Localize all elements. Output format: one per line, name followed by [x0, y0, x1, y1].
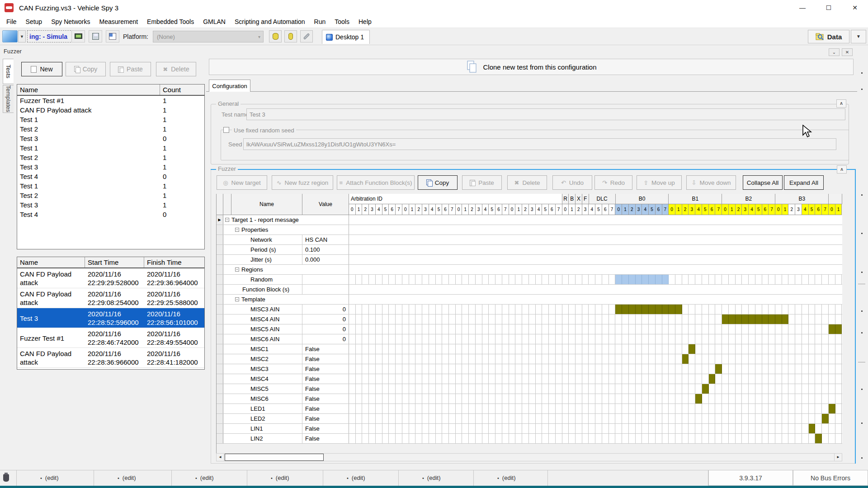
bit-cell[interactable]	[695, 364, 702, 374]
bit-cell[interactable]	[682, 394, 689, 404]
general-collapse-button[interactable]: ʌ	[836, 99, 846, 108]
bit-cell[interactable]	[656, 434, 662, 443]
bit-cell[interactable]	[536, 324, 542, 334]
bit-cell[interactable]	[815, 394, 822, 404]
bit-cell[interactable]	[402, 275, 409, 284]
bit-cell[interactable]	[489, 324, 495, 334]
bit-cell[interactable]	[729, 394, 736, 404]
bit-cell[interactable]	[376, 384, 382, 394]
bit-cell[interactable]	[376, 275, 382, 284]
tree-node-value[interactable]	[302, 225, 349, 235]
bit-cell[interactable]	[369, 414, 376, 423]
bit-cell[interactable]	[675, 344, 682, 354]
bit-cell[interactable]	[462, 384, 469, 394]
tree-node-value[interactable]: 0.100	[302, 245, 349, 254]
bit-cell[interactable]	[595, 305, 602, 314]
bit-cell[interactable]	[529, 305, 536, 314]
bit-cell[interactable]	[729, 364, 736, 374]
bit-cell[interactable]	[709, 374, 716, 384]
tree-node-value[interactable]: 0.000	[302, 255, 349, 264]
bit-cell[interactable]	[482, 344, 489, 354]
bit-cell[interactable]	[549, 404, 556, 413]
bit-cell[interactable]	[449, 324, 456, 334]
bit-cell[interactable]	[482, 324, 489, 334]
copy-button[interactable]: Copy	[418, 175, 458, 190]
grid-row-lin2[interactable]: LIN2False	[216, 434, 842, 444]
bit-cell[interactable]	[429, 305, 436, 314]
bit-cell[interactable]	[636, 344, 642, 354]
bit-cell[interactable]	[835, 334, 842, 344]
menu-item-measurement[interactable]: Measurement	[95, 16, 143, 27]
bit-cell[interactable]	[622, 404, 629, 413]
bit-cell[interactable]	[389, 354, 396, 364]
bit-cell[interactable]	[415, 394, 422, 404]
bit-cell[interactable]	[675, 334, 682, 344]
bit-cell[interactable]	[549, 434, 556, 443]
bit-cell[interactable]	[802, 404, 809, 413]
bit-cell[interactable]	[356, 364, 363, 374]
bit-cell[interactable]	[715, 404, 722, 413]
bit-cell[interactable]	[449, 424, 456, 433]
bit-cell[interactable]	[629, 374, 636, 384]
bit-cell[interactable]	[442, 394, 449, 404]
bit-cell[interactable]	[502, 344, 509, 354]
grid-row-random[interactable]: Random	[216, 275, 842, 285]
bit-cell[interactable]	[415, 314, 422, 324]
bit-cell[interactable]	[376, 354, 382, 364]
bit-cell[interactable]	[689, 354, 695, 364]
bit-cell[interactable]	[389, 434, 396, 443]
bit-cell[interactable]	[702, 374, 709, 384]
bit-cell[interactable]	[536, 364, 542, 374]
bit-cell[interactable]	[809, 424, 816, 433]
bit-cell[interactable]	[649, 374, 656, 384]
bit-cell[interactable]	[456, 394, 462, 404]
bit-cell[interactable]	[589, 434, 595, 443]
bit-cell[interactable]	[362, 424, 369, 433]
bit-cell[interactable]	[669, 305, 675, 314]
bit-cell[interactable]	[582, 324, 589, 334]
bit-cell[interactable]	[422, 364, 429, 374]
bit-cell[interactable]	[822, 344, 829, 354]
bit-cell[interactable]	[809, 404, 816, 413]
bit-cell[interactable]	[835, 324, 842, 334]
grid-row-misc1[interactable]: MISC1False	[216, 344, 842, 354]
bit-cell[interactable]	[642, 275, 649, 284]
bit-cell[interactable]	[356, 404, 363, 413]
bit-cell[interactable]	[469, 424, 476, 433]
bit-cell[interactable]	[656, 354, 662, 364]
bit-cell[interactable]	[615, 404, 622, 413]
bit-cell[interactable]	[549, 394, 556, 404]
bit-cell[interactable]	[509, 374, 516, 384]
bit-cell[interactable]	[642, 334, 649, 344]
bit-cell[interactable]	[436, 344, 443, 354]
undo-button[interactable]: ↶Undo	[552, 175, 592, 190]
bit-cell[interactable]	[562, 394, 569, 404]
bit-cell[interactable]	[476, 354, 482, 364]
bit-cell[interactable]	[476, 344, 482, 354]
bit-cell[interactable]	[476, 384, 482, 394]
bit-cell[interactable]	[749, 404, 755, 413]
bit-cell[interactable]	[636, 334, 642, 344]
bit-cell[interactable]	[782, 414, 789, 423]
bit-cell[interactable]	[815, 404, 822, 413]
bit-cell[interactable]	[576, 354, 582, 364]
bit-cell[interactable]	[835, 374, 842, 384]
bit-cell[interactable]	[742, 424, 749, 433]
bit-cell[interactable]	[749, 414, 755, 423]
bit-cell[interactable]	[389, 404, 396, 413]
bit-cell[interactable]	[749, 384, 755, 394]
bit-cell[interactable]	[649, 305, 656, 314]
bit-cell[interactable]	[788, 324, 795, 334]
bit-cell[interactable]	[396, 305, 402, 314]
bit-cell[interactable]	[722, 374, 729, 384]
bit-cell[interactable]	[376, 374, 382, 384]
logon-mode-button[interactable]	[2, 30, 18, 42]
bit-cell[interactable]	[442, 305, 449, 314]
bit-cell[interactable]	[536, 314, 542, 324]
bit-cell[interactable]	[736, 434, 742, 443]
bit-cell[interactable]	[389, 424, 396, 433]
bit-cell[interactable]	[729, 314, 736, 324]
bit-cell[interactable]	[609, 414, 616, 423]
bit-cell[interactable]	[689, 305, 695, 314]
bit-cell[interactable]	[396, 414, 402, 423]
